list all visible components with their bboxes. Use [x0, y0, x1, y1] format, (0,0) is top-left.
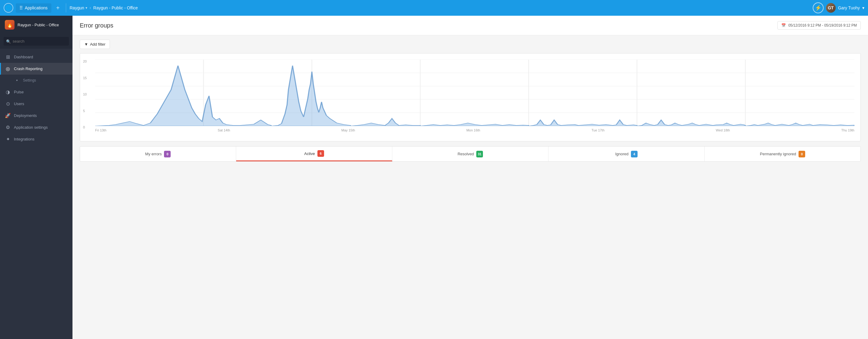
search-input[interactable]: [4, 37, 69, 45]
user-menu[interactable]: GT Gary Tuohy ▾: [826, 3, 864, 13]
applications-label: Applications: [25, 5, 48, 10]
sidebar-item-users[interactable]: ⊙ Users: [0, 98, 72, 110]
settings-dot-icon: •: [14, 78, 20, 83]
date-range-text: 05/12/2016 9:12 PM - 05/19/2016 9:12 PM: [788, 23, 857, 28]
tab-active[interactable]: Active 6: [236, 147, 392, 161]
tab-active-badge: 6: [317, 150, 324, 157]
chevron-down-icon: ▾: [86, 6, 87, 10]
sidebar-nav: ⊞ Dashboard ◎ Crash Reporting • Settings…: [0, 49, 72, 339]
tab-resolved-badge: 31: [476, 151, 483, 157]
tab-ignored-badge: 4: [631, 151, 638, 157]
y-label-5: 5: [83, 109, 87, 113]
main-content: Error groups 📅 05/12/2016 9:12 PM - 05/1…: [72, 16, 868, 339]
sidebar-label-users: Users: [14, 101, 24, 106]
search-icon: 🔍: [6, 39, 11, 43]
svg-marker-13: [271, 66, 351, 126]
svg-marker-17: [637, 120, 745, 126]
users-icon: ⊙: [5, 101, 11, 107]
x-label-sat14: Sat 14th: [218, 128, 230, 132]
sidebar-label-crash-reporting: Crash Reporting: [14, 66, 42, 71]
tab-ignored-label: Ignored: [615, 152, 628, 156]
chart-container: 20 15 10 5 0: [80, 53, 861, 142]
applications-button[interactable]: ⠿ Applications: [16, 3, 51, 13]
chart-x-labels: Fri 13th Sat 14th May 15th Mon 16th Tue …: [95, 128, 855, 132]
sidebar-item-settings[interactable]: • Settings: [0, 74, 72, 86]
nav-divider: [66, 3, 66, 12]
breadcrumb-separator: ›: [90, 6, 91, 10]
chart-svg: [95, 60, 855, 126]
y-label-20: 20: [83, 60, 87, 63]
svg-marker-12: [95, 66, 271, 126]
add-button[interactable]: +: [54, 4, 62, 12]
dashboard-icon: ⊞: [5, 54, 11, 60]
deployments-icon: 🚀: [5, 113, 11, 118]
sidebar-item-application-settings[interactable]: ⚙ Application settings: [0, 121, 72, 133]
y-label-15: 15: [83, 76, 87, 80]
tab-my-errors-badge: 0: [164, 151, 170, 157]
app-layout: 🔥 Raygun - Public - Office 🔍 ⊞ Dashboard…: [0, 16, 868, 339]
main-header: Error groups 📅 05/12/2016 9:12 PM - 05/1…: [72, 16, 868, 35]
calendar-icon: 📅: [781, 23, 786, 28]
breadcrumb-app[interactable]: Raygun ▾: [70, 5, 87, 10]
svg-marker-18: [745, 123, 855, 126]
x-label-thu19: Thu 19th: [841, 128, 855, 132]
svg-marker-16: [529, 120, 637, 126]
tab-permanently-ignored[interactable]: Permanently ignored 0: [705, 147, 861, 161]
tabs-bar: My errors 0 Active 6 Resolved 31 Ignored…: [80, 146, 861, 162]
sidebar-app-title: Raygun - Public - Office: [18, 23, 59, 27]
user-avatar: GT: [826, 3, 836, 13]
integrations-icon: ✦: [5, 136, 11, 142]
sidebar-label-deployments: Deployments: [14, 113, 37, 118]
tab-active-label: Active: [304, 151, 315, 156]
add-filter-button[interactable]: ▼ Add filter: [80, 39, 110, 49]
x-label-may15: May 15th: [341, 128, 355, 132]
user-chevron-icon: ▾: [862, 5, 864, 10]
x-label-wed18: Wed 18th: [716, 128, 730, 132]
sidebar-label-dashboard: Dashboard: [14, 55, 33, 59]
tab-permanently-ignored-badge: 0: [799, 151, 805, 157]
user-name: Gary Tuohy: [838, 5, 860, 10]
application-settings-icon: ⚙: [5, 124, 11, 130]
sidebar-label-pulse: Pulse: [14, 90, 24, 94]
svg-marker-14: [351, 118, 421, 126]
top-nav: 🌐 ⠿ Applications + Raygun ▾ › Raygun - P…: [0, 0, 868, 16]
chart-area: [95, 60, 855, 126]
breadcrumb-current: Raygun - Public - Office: [93, 5, 138, 10]
chart-y-axis: 20 15 10 5 0: [83, 60, 87, 129]
tab-resolved[interactable]: Resolved 31: [392, 147, 549, 161]
sidebar: 🔥 Raygun - Public - Office 🔍 ⊞ Dashboard…: [0, 16, 72, 339]
grid-icon: ⠿: [19, 5, 23, 11]
tab-resolved-label: Resolved: [458, 152, 474, 156]
x-label-mon16: Mon 16th: [466, 128, 480, 132]
pulse-icon: ◑: [5, 89, 11, 95]
breadcrumb: Raygun ▾ › Raygun - Public - Office: [70, 5, 810, 10]
page-title: Error groups: [80, 22, 113, 29]
crash-reporting-icon: ◎: [5, 66, 11, 71]
tab-ignored[interactable]: Ignored 4: [549, 147, 705, 161]
sidebar-search-container: 🔍: [0, 34, 72, 49]
tab-permanently-ignored-label: Permanently ignored: [760, 152, 796, 156]
sidebar-item-integrations[interactable]: ✦ Integrations: [0, 133, 72, 145]
add-filter-label: Add filter: [90, 42, 105, 47]
sidebar-item-deployments[interactable]: 🚀 Deployments: [0, 110, 72, 121]
tab-my-errors-label: My errors: [145, 152, 162, 156]
sidebar-label-integrations: Integrations: [14, 137, 34, 142]
tab-my-errors[interactable]: My errors 0: [80, 147, 236, 161]
sidebar-item-crash-reporting[interactable]: ◎ Crash Reporting: [0, 63, 72, 74]
date-range-picker[interactable]: 📅 05/12/2016 9:12 PM - 05/19/2016 9:12 P…: [777, 21, 861, 30]
app-icon: 🔥: [5, 20, 14, 30]
y-label-0: 0: [83, 125, 87, 129]
sidebar-label-application-settings: Application settings: [14, 125, 48, 130]
sidebar-header: 🔥 Raygun - Public - Office: [0, 16, 72, 34]
svg-marker-15: [420, 123, 529, 126]
x-label-fri13: Fri 13th: [95, 128, 106, 132]
sidebar-item-pulse[interactable]: ◑ Pulse: [0, 86, 72, 98]
y-label-10: 10: [83, 92, 87, 96]
filter-icon: ▼: [84, 42, 88, 47]
lightning-button[interactable]: ⚡: [813, 2, 824, 13]
sidebar-item-dashboard[interactable]: ⊞ Dashboard: [0, 51, 72, 63]
sidebar-label-settings: Settings: [23, 78, 36, 83]
globe-icon[interactable]: 🌐: [4, 3, 13, 13]
x-label-tue17: Tue 17th: [592, 128, 604, 132]
filter-bar: ▼ Add filter: [72, 35, 868, 53]
